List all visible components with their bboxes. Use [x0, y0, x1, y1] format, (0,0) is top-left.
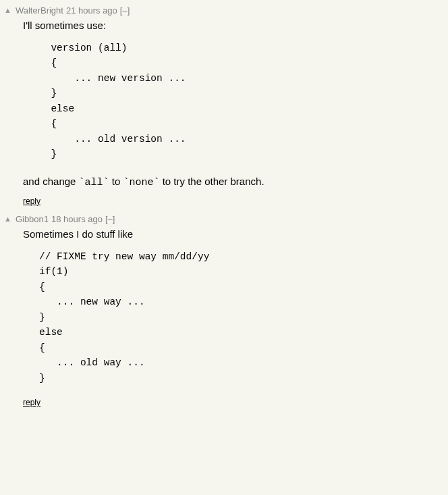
upvote-icon[interactable]: ▲ [4, 215, 11, 223]
comment-text: I'll sometimes use: [23, 18, 448, 32]
inline-code: `all` [79, 177, 109, 188]
comment-text: Sometimes I do stuff like [23, 227, 448, 241]
reply-link[interactable]: reply [23, 398, 40, 407]
username-link[interactable]: Gibbon1 [16, 214, 49, 224]
collapse-toggle[interactable]: [–] [120, 5, 130, 16]
inline-code: `none` [123, 177, 159, 188]
upvote-icon[interactable]: ▲ [4, 7, 11, 14]
comment-body: Sometimes I do stuff like // FIXME try n… [23, 227, 448, 386]
reply-link[interactable]: reply [23, 197, 40, 206]
comment-age[interactable]: 18 hours ago [51, 214, 103, 224]
comment-header: ▲ Gibbon1 18 hours ago [–] [4, 214, 448, 224]
code-block: // FIXME try new way mm/dd/yy if(1) { ..… [39, 249, 448, 386]
comment-text: and change `all` to `none` to try the ot… [23, 174, 448, 190]
text-span: and change [23, 176, 79, 187]
reply-row: reply [23, 197, 448, 206]
comment: ▲ Gibbon1 18 hours ago [–] Sometimes I d… [3, 214, 448, 407]
comment-header: ▲ WalterBright 21 hours ago [–] [4, 5, 448, 16]
collapse-toggle[interactable]: [–] [105, 214, 115, 224]
comment-body: I'll sometimes use: version (all) { ... … [23, 18, 448, 190]
code-block: version (all) { ... new version ... } el… [39, 41, 448, 162]
comment-age[interactable]: 21 hours ago [66, 5, 117, 16]
text-span: to [109, 176, 123, 187]
username-link[interactable]: WalterBright [16, 5, 63, 16]
text-span: to try the other branch. [159, 176, 264, 187]
comment: ▲ WalterBright 21 hours ago [–] I'll som… [3, 5, 448, 206]
reply-row: reply [23, 398, 448, 407]
